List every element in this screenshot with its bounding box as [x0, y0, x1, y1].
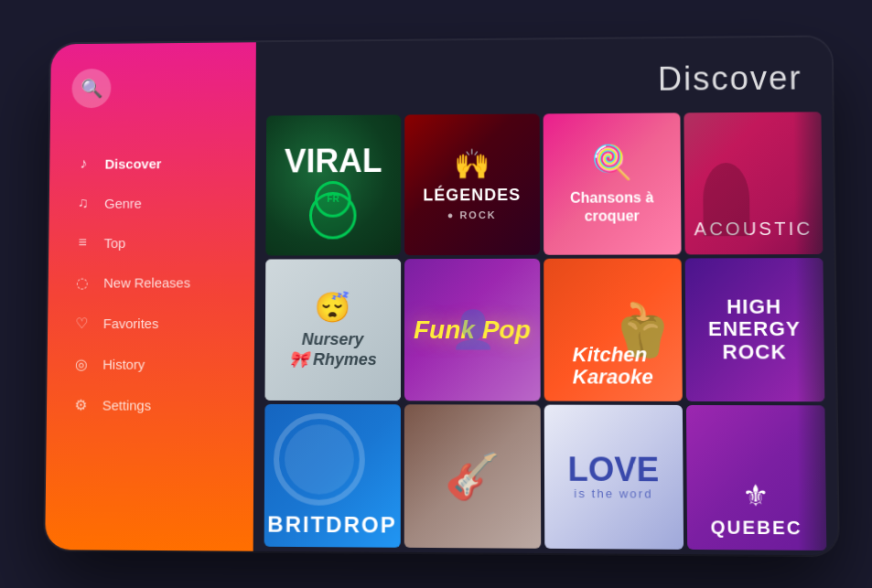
settings-icon: ⚙ — [71, 396, 90, 413]
sidebar-label-discover: Discover — [104, 155, 161, 170]
sidebar-label-favorites: Favorites — [102, 315, 158, 331]
discover-icon: ♪ — [74, 155, 92, 171]
sidebar-item-settings[interactable]: ⚙ Settings — [46, 384, 253, 425]
quebec-label: QUEBEC — [710, 517, 802, 539]
sidebar-label-top: Top — [103, 234, 125, 250]
sidebar-item-new-releases[interactable]: ◌ New Releases — [48, 262, 254, 303]
search-icon: 🔍 — [80, 77, 102, 99]
music-grid: VIRAL FR 🙌 LÉGENDES● ROCK — [264, 112, 826, 551]
chansons-label: Chansons à croquer — [543, 188, 680, 224]
new-releases-icon: ◌ — [72, 273, 91, 291]
sidebar-item-history[interactable]: ◎ History — [47, 343, 254, 384]
legendes-icon: 🙌 — [453, 146, 490, 181]
sidebar-item-top[interactable]: ≡ Top — [48, 221, 255, 262]
nursery-label: Nursery🎀 Rhymes — [288, 329, 377, 369]
sidebar-nav: ♪ Discover ♫ Genre ≡ Top ◌ New Releases — [45, 124, 255, 551]
grid-container: VIRAL FR 🙌 LÉGENDES● ROCK — [253, 112, 837, 555]
sidebar-label-history: History — [102, 356, 145, 371]
tile-funkpop[interactable]: 👤 Funk Pop — [404, 258, 540, 401]
kitchen-label: KitchenKaraoke — [572, 343, 652, 388]
page-title: Discover — [284, 59, 802, 101]
main-header: Discover — [255, 37, 832, 115]
viral-badge: FR — [315, 180, 351, 217]
app-container: 🔍 ♪ Discover ♫ Genre ≡ Top — [45, 37, 838, 555]
tile-love[interactable]: LOVE is the word — [544, 404, 683, 549]
device-frame: 🔍 ♪ Discover ♫ Genre ≡ Top — [45, 37, 838, 555]
top-icon: ≡ — [73, 234, 92, 251]
banjo-icon: 🎸 — [444, 450, 500, 502]
tile-chansons[interactable]: 🍭 Chansons à croquer — [543, 112, 680, 254]
tile-acoustic[interactable]: ACOUSTIC — [683, 112, 822, 254]
genre-icon: ♫ — [73, 195, 92, 211]
sidebar-label-new-releases: New Releases — [103, 274, 190, 290]
highenergy-label: HIGHENERGYROCK — [707, 295, 801, 363]
britdrop-label: BRITDROP — [267, 511, 396, 538]
tile-legendes[interactable]: 🙌 LÉGENDES● ROCK — [404, 113, 540, 255]
tile-viral[interactable]: VIRAL FR — [265, 114, 400, 255]
main-content: Discover VIRAL FR — [253, 37, 837, 555]
search-button[interactable]: 🔍 — [71, 69, 111, 108]
tile-quebec[interactable]: ⚜ QUEBEC — [685, 404, 826, 550]
nursery-icon: 😴 — [314, 290, 350, 325]
sidebar-item-genre[interactable]: ♫ Genre — [48, 182, 254, 222]
sidebar-top: 🔍 — [49, 42, 255, 126]
tile-highenergy[interactable]: HIGHENERGYROCK — [684, 258, 824, 401]
love-label: LOVE — [567, 453, 659, 486]
history-icon: ◎ — [71, 355, 90, 372]
sidebar-item-discover[interactable]: ♪ Discover — [49, 143, 255, 183]
viral-label: VIRAL — [284, 144, 382, 176]
love-sublabel: is the word — [574, 486, 652, 500]
favorites-icon: ♡ — [72, 315, 91, 332]
sidebar-label-genre: Genre — [104, 195, 142, 210]
tile-kitchen[interactable]: 🫑 KitchenKaraoke — [544, 258, 682, 401]
sidebar: 🔍 ♪ Discover ♫ Genre ≡ Top — [45, 42, 256, 551]
candy-icon: 🍭 — [590, 143, 632, 181]
tile-banjo[interactable]: 🎸 — [404, 404, 541, 549]
tile-britdrop[interactable]: BRITDROP — [264, 403, 400, 547]
legendes-label: LÉGENDES● ROCK — [423, 186, 521, 222]
sidebar-label-settings: Settings — [102, 397, 150, 412]
tile-nursery[interactable]: 😴 Nursery🎀 Rhymes — [264, 259, 400, 401]
fleur-icon: ⚜ — [742, 477, 770, 513]
sidebar-item-favorites[interactable]: ♡ Favorites — [47, 303, 253, 344]
